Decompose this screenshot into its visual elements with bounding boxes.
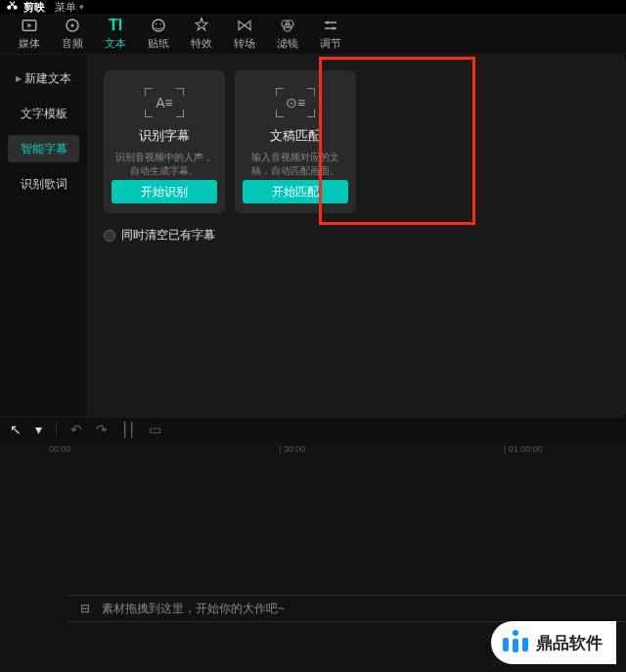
timeline-ruler[interactable]: 00:00 | 30:00 | 01:00:00: [0, 440, 626, 458]
sidebar-item-text-template[interactable]: 文字模板: [8, 100, 79, 127]
ruler-mark: | 01:00:00: [504, 444, 543, 454]
checkbox-icon[interactable]: [104, 230, 115, 242]
tab-audio[interactable]: 音频: [51, 17, 94, 51]
effect-icon: [193, 17, 210, 34]
cursor-tool-icon[interactable]: ↖: [10, 422, 22, 437]
separator: [56, 423, 57, 436]
timeline[interactable]: ⊟ 素材拖拽到这里，开始你的大作吧~ 鼎品软件: [0, 458, 626, 672]
split-icon[interactable]: ⎮⎮: [121, 422, 135, 437]
timeline-toolbar: ↖ ▾ ↶ ↷ ⎮⎮ ▭: [0, 417, 626, 440]
text-icon: TI: [109, 17, 122, 34]
svg-point-10: [333, 27, 335, 30]
svg-point-5: [160, 23, 162, 25]
tab-adjust[interactable]: 调节: [309, 17, 352, 51]
start-match-button[interactable]: 开始匹配: [243, 180, 348, 203]
app-logo: 剪映: [6, 0, 45, 15]
start-recognize-button[interactable]: 开始识别: [112, 180, 217, 203]
card-script-match: ⊙≡ 文稿匹配 输入音视频对应的文稿，自动匹配画面。 开始匹配: [235, 70, 356, 213]
media-icon: [21, 17, 38, 34]
clip-icon: ⊟: [80, 602, 90, 615]
svg-point-4: [156, 23, 157, 25]
titlebar: 剪映 菜单 ▾: [0, 0, 626, 14]
sidebar: 新建文本 文字模板 智能字幕 识别歌词: [0, 55, 88, 417]
card-recognize-subtitle: A≡ 识别字幕 识别音视频中的人声，自动生成字幕。 开始识别: [104, 70, 225, 213]
placeholder-text: 素材拖拽到这里，开始你的大作吧~: [102, 601, 285, 617]
ruler-mark: | 30:00: [279, 444, 305, 454]
tab-effect[interactable]: 特效: [180, 17, 223, 51]
card-title: 文稿匹配: [270, 127, 321, 145]
chevron-down-icon: ▾: [79, 2, 84, 12]
tab-media[interactable]: 媒体: [8, 17, 51, 51]
app-name: 剪映: [23, 0, 45, 15]
main-area: 新建文本 文字模板 智能字幕 识别歌词 A≡ 识别字幕 识别音视频中的人声，自动…: [0, 55, 626, 417]
watermark-text: 鼎品软件: [536, 632, 603, 654]
checkbox-label: 同时清空已有字幕: [121, 227, 215, 244]
tab-sticker[interactable]: 贴纸: [137, 17, 180, 51]
svg-point-9: [327, 22, 330, 24]
card-desc: 识别音视频中的人声，自动生成字幕。: [112, 151, 217, 180]
adjust-icon: [322, 17, 339, 34]
track-placeholder[interactable]: ⊟ 素材拖拽到这里，开始你的大作吧~: [67, 595, 626, 622]
card-title: 识别字幕: [139, 127, 190, 145]
redo-icon[interactable]: ↷: [96, 422, 108, 437]
audio-icon: [64, 17, 81, 34]
frame-icon: [145, 88, 184, 117]
watermark-badge: 鼎品软件: [491, 621, 616, 664]
watermark-logo-icon: [503, 630, 528, 655]
menu-label: 菜单: [55, 0, 76, 15]
crop-icon[interactable]: ▭: [149, 422, 161, 437]
menu-dropdown[interactable]: 菜单 ▾: [55, 0, 84, 15]
tab-transition[interactable]: 转场: [223, 17, 266, 51]
main-toolbar: 媒体 音频 TI 文本 贴纸 特效 转场 滤镜 调节: [0, 14, 626, 55]
ruler-mark: 00:00: [49, 444, 71, 454]
card-desc: 输入音视频对应的文稿，自动匹配画面。: [243, 151, 348, 180]
filter-icon: [279, 17, 296, 34]
sidebar-item-new-text[interactable]: 新建文本: [8, 65, 79, 92]
sticker-icon: [150, 17, 167, 34]
tab-filter[interactable]: 滤镜: [266, 17, 309, 51]
scissors-icon: [6, 0, 20, 14]
content-panel: A≡ 识别字幕 识别音视频中的人声，自动生成字幕。 开始识别 ⊙≡ 文稿匹配 输…: [88, 55, 626, 417]
chevron-down-icon[interactable]: ▾: [35, 422, 42, 437]
sidebar-item-recognize-lyrics[interactable]: 识别歌词: [8, 170, 79, 198]
tab-text[interactable]: TI 文本: [94, 17, 137, 51]
clear-existing-checkbox-row[interactable]: 同时清空已有字幕: [104, 227, 610, 244]
transition-icon: [236, 17, 253, 34]
frame-icon: [276, 88, 315, 117]
sidebar-item-smart-subtitle[interactable]: 智能字幕: [8, 135, 79, 162]
undo-icon[interactable]: ↶: [70, 422, 82, 437]
svg-point-2: [71, 24, 74, 27]
